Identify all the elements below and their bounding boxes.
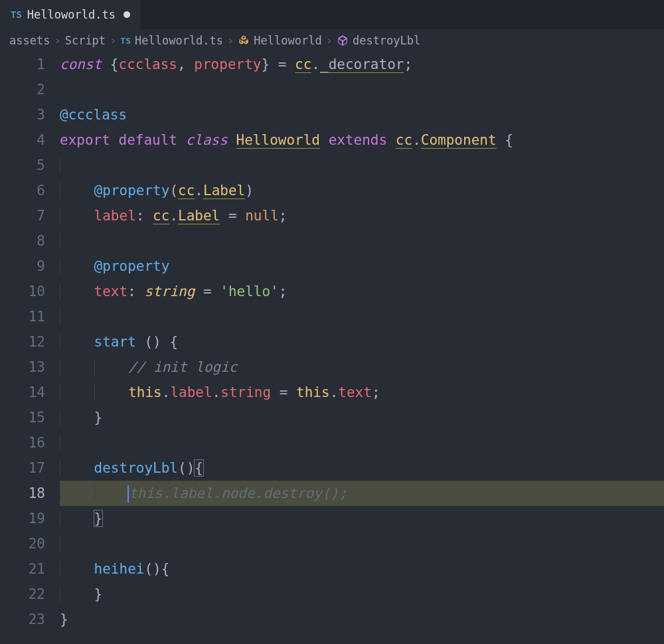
inline-suggestion: this.label.node.destroy(); bbox=[129, 485, 347, 501]
line-number[interactable]: 13 bbox=[0, 355, 45, 380]
line-number[interactable]: 20 bbox=[0, 531, 45, 556]
line-number[interactable]: 3 bbox=[0, 102, 45, 127]
code-line[interactable]: } bbox=[60, 405, 664, 430]
ts-icon: TS bbox=[11, 9, 22, 20]
code-line[interactable] bbox=[60, 77, 664, 102]
line-number[interactable]: 14 bbox=[0, 380, 45, 405]
code-line[interactable]: @property bbox=[60, 254, 664, 279]
breadcrumb[interactable]: assets › Script › TS Helloworld.ts › Hel… bbox=[0, 29, 664, 52]
class-icon bbox=[238, 35, 250, 46]
code-line[interactable]: destroyLbl(){ bbox=[60, 455, 664, 481]
line-number[interactable]: 15 bbox=[0, 405, 45, 430]
code-line[interactable]: @property(cc.Label) bbox=[60, 178, 664, 203]
chevron-right-icon: › bbox=[326, 34, 333, 47]
code-line[interactable]: label: cc.Label = null; bbox=[60, 203, 664, 228]
line-number[interactable]: 16 bbox=[0, 430, 45, 455]
breadcrumb-method[interactable]: destroyLbl bbox=[353, 34, 420, 47]
dirty-indicator-icon bbox=[124, 11, 130, 18]
breadcrumb-class[interactable]: Helloworld bbox=[254, 34, 321, 47]
code-editor[interactable]: 1 2 3 4 5 6 7 8 9 10 11 12 13 14 15 16 1… bbox=[0, 52, 664, 632]
line-number[interactable]: 9 bbox=[0, 254, 45, 279]
breadcrumb-segment[interactable]: Script bbox=[65, 34, 106, 47]
line-number[interactable]: 4 bbox=[0, 127, 45, 153]
chevron-right-icon: › bbox=[110, 34, 116, 47]
line-number[interactable]: 1 bbox=[0, 52, 45, 77]
code-line[interactable]: } bbox=[60, 607, 664, 632]
code-area[interactable]: const {ccclass, property} = cc._decorato… bbox=[60, 52, 664, 632]
code-line[interactable] bbox=[60, 304, 664, 329]
code-line[interactable]: this.label.string = this.text; bbox=[60, 380, 664, 405]
tab-bar: TS Helloworld.ts bbox=[0, 0, 664, 29]
code-line[interactable]: text: string = 'hello'; bbox=[60, 279, 664, 304]
code-line[interactable]: this.label.node.destroy(); bbox=[60, 481, 664, 506]
line-number[interactable]: 17 bbox=[0, 455, 45, 481]
line-number[interactable]: 21 bbox=[0, 556, 45, 582]
code-line[interactable]: export default class Helloworld extends … bbox=[60, 127, 664, 153]
code-line[interactable]: @ccclass bbox=[60, 102, 664, 127]
code-line[interactable]: } bbox=[60, 506, 664, 531]
line-number[interactable]: 12 bbox=[0, 329, 45, 355]
breadcrumb-segment[interactable]: assets bbox=[9, 34, 50, 47]
code-line[interactable]: start () { bbox=[60, 329, 664, 355]
code-line[interactable] bbox=[60, 531, 664, 556]
method-icon bbox=[337, 35, 349, 46]
line-number[interactable]: 18 bbox=[0, 481, 45, 506]
line-number[interactable]: 22 bbox=[0, 582, 45, 607]
line-gutter: 1 2 3 4 5 6 7 8 9 10 11 12 13 14 15 16 1… bbox=[0, 52, 60, 632]
line-number[interactable]: 6 bbox=[0, 178, 45, 203]
code-line[interactable]: heihei(){ bbox=[60, 556, 664, 582]
line-number[interactable]: 2 bbox=[0, 77, 45, 102]
line-number[interactable]: 11 bbox=[0, 304, 45, 329]
ts-icon: TS bbox=[120, 36, 131, 46]
breadcrumb-file[interactable]: Helloworld.ts bbox=[135, 34, 223, 47]
line-number[interactable]: 10 bbox=[0, 279, 45, 304]
tab-helloworld[interactable]: TS Helloworld.ts bbox=[0, 0, 141, 29]
code-line[interactable]: const {ccclass, property} = cc._decorato… bbox=[60, 52, 664, 77]
chevron-right-icon: › bbox=[227, 34, 234, 47]
code-line[interactable] bbox=[60, 153, 664, 178]
code-line[interactable]: } bbox=[60, 582, 664, 607]
code-line[interactable] bbox=[60, 228, 664, 254]
tab-label: Helloworld.ts bbox=[27, 8, 116, 21]
line-number[interactable]: 8 bbox=[0, 228, 45, 254]
code-line[interactable]: // init logic bbox=[60, 355, 664, 380]
chevron-right-icon: › bbox=[54, 34, 60, 47]
line-number[interactable]: 7 bbox=[0, 203, 45, 228]
line-number[interactable]: 5 bbox=[0, 153, 45, 178]
code-line[interactable] bbox=[60, 430, 664, 455]
line-number[interactable]: 19 bbox=[0, 506, 45, 531]
line-number[interactable]: 23 bbox=[0, 607, 45, 632]
